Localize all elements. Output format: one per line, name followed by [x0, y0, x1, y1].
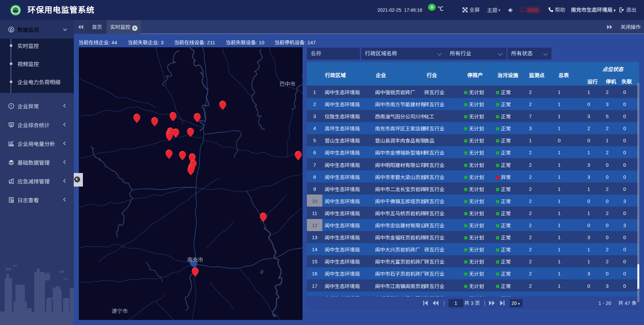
svg-text:遂宁市: 遂宁市: [112, 308, 128, 314]
svg-text:南充市: 南充市: [187, 257, 203, 263]
svg-text:巴中市: 巴中市: [279, 81, 296, 87]
